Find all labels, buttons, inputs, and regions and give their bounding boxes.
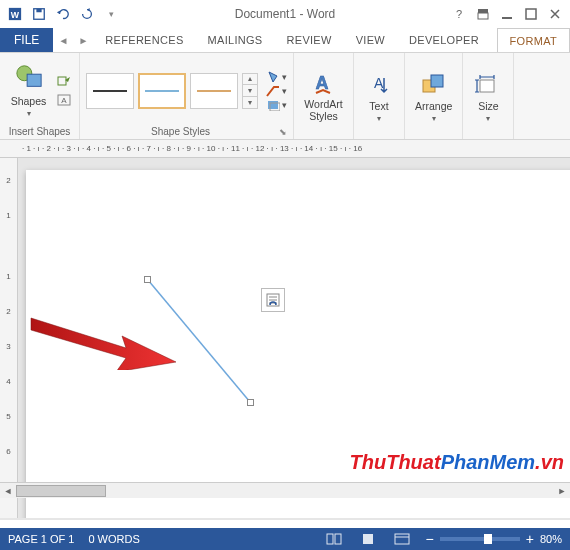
group-insert-shapes: Shapes ▾ A Insert Shapes: [0, 53, 80, 139]
group-label: Insert Shapes: [9, 126, 71, 137]
shape-style-gallery: ▴▾▾: [86, 73, 258, 109]
shape-outline-button[interactable]: ▾: [266, 85, 287, 97]
svg-marker-22: [31, 318, 176, 370]
svg-rect-9: [27, 74, 41, 86]
titlebar: W ▾ Document1 - Word ?: [0, 0, 570, 28]
ribbon: Shapes ▾ A Insert Shapes ▴▾▾ ▾ ▾ ▾: [0, 52, 570, 140]
svg-text:W: W: [11, 10, 20, 20]
word-count[interactable]: 0 WORDS: [88, 533, 139, 545]
svg-rect-10: [58, 77, 66, 85]
group-label: Shape Styles: [86, 126, 275, 137]
tab-references[interactable]: REFERENCES: [93, 28, 195, 52]
word-icon[interactable]: W: [4, 3, 26, 25]
workspace: · 1 · ı · 2 · ı · 3 · ı · 4 · ı · 5 · ı …: [0, 140, 570, 520]
size-button[interactable]: Size ▾: [469, 70, 507, 125]
draw-textbox-icon[interactable]: A: [56, 93, 72, 107]
tab-developer[interactable]: DEVELOPER: [397, 28, 491, 52]
scroll-thumb[interactable]: [16, 485, 106, 497]
text-direction-icon: A: [364, 72, 394, 98]
svg-rect-24: [335, 534, 341, 544]
ribbon-tabs: FILE ◄ ► REFERENCES MAILINGS REVIEW VIEW…: [0, 28, 570, 52]
status-bar: PAGE 1 OF 1 0 WORDS − + 80%: [0, 528, 570, 550]
close-button[interactable]: [544, 4, 566, 24]
zoom-control: − + 80%: [426, 531, 562, 547]
svg-rect-23: [327, 534, 333, 544]
layout-options-button[interactable]: [261, 288, 285, 312]
svg-rect-19: [480, 80, 494, 92]
chevron-down-icon: ▾: [432, 114, 436, 123]
group-shape-styles: ▴▾▾ ▾ ▾ ▾ Shape Styles ⬊: [80, 53, 294, 139]
arrange-icon: [419, 72, 449, 98]
window-title: Document1 - Word: [122, 7, 448, 21]
minimize-button[interactable]: [496, 4, 518, 24]
resize-handle-start[interactable]: [144, 276, 151, 283]
zoom-out-button[interactable]: −: [426, 531, 434, 547]
group-arrange: Arrange ▾: [405, 53, 463, 139]
tab-format[interactable]: FORMAT: [497, 28, 570, 52]
chevron-down-icon: ▾: [27, 109, 31, 118]
read-mode-button[interactable]: [324, 531, 344, 547]
shapes-button[interactable]: Shapes ▾: [7, 61, 51, 120]
qat-customize-icon[interactable]: ▾: [100, 3, 122, 25]
ribbon-options-button[interactable]: [472, 4, 494, 24]
group-size: Size ▾: [463, 53, 514, 139]
svg-text:A: A: [374, 75, 384, 91]
horizontal-scrollbar[interactable]: ◄ ►: [0, 482, 570, 498]
text-button[interactable]: A Text ▾: [360, 70, 398, 125]
shapes-icon: [14, 63, 44, 93]
tab-review[interactable]: REVIEW: [275, 28, 344, 52]
watermark-text: ThuThuatPhanMem.vn: [350, 451, 564, 474]
tab-file[interactable]: FILE: [0, 28, 53, 52]
svg-rect-4: [478, 13, 488, 19]
quick-access-toolbar: W ▾: [4, 3, 122, 25]
svg-rect-26: [395, 534, 409, 544]
svg-rect-6: [502, 17, 512, 19]
undo-button[interactable]: [52, 3, 74, 25]
tab-view[interactable]: VIEW: [344, 28, 397, 52]
save-button[interactable]: [28, 3, 50, 25]
maximize-button[interactable]: [520, 4, 542, 24]
zoom-slider-thumb[interactable]: [484, 534, 492, 544]
tab-next-icon[interactable]: ►: [73, 28, 93, 52]
wordart-styles-button[interactable]: A WordArt Styles: [300, 69, 346, 124]
shape-effects-button[interactable]: ▾: [266, 99, 287, 111]
shape-style-more[interactable]: ▴▾▾: [242, 73, 258, 109]
redo-button[interactable]: [76, 3, 98, 25]
svg-rect-18: [431, 75, 443, 87]
zoom-in-button[interactable]: +: [526, 531, 534, 547]
tab-prev-icon[interactable]: ◄: [53, 28, 73, 52]
scroll-track[interactable]: [16, 484, 554, 498]
resize-handle-end[interactable]: [247, 399, 254, 406]
annotation-arrow-icon: [26, 300, 186, 370]
vertical-ruler[interactable]: 2 1 1 2 3 4 5 6: [0, 158, 18, 518]
window-controls: ?: [448, 4, 566, 24]
edit-shape-icon[interactable]: [56, 75, 72, 89]
tab-mailings[interactable]: MAILINGS: [196, 28, 275, 52]
group-wordart-styles: A WordArt Styles: [294, 53, 354, 139]
wordart-icon: A: [308, 71, 338, 97]
print-layout-button[interactable]: [358, 531, 378, 547]
page-count[interactable]: PAGE 1 OF 1: [8, 533, 74, 545]
svg-rect-5: [478, 9, 488, 13]
scroll-left-icon[interactable]: ◄: [0, 484, 16, 498]
scroll-right-icon[interactable]: ►: [554, 484, 570, 498]
chevron-down-icon: ▾: [486, 114, 490, 123]
dialog-launcher-icon[interactable]: ⬊: [279, 127, 287, 137]
help-button[interactable]: ?: [448, 4, 470, 24]
zoom-slider[interactable]: [440, 537, 520, 541]
shape-style-3[interactable]: [190, 73, 238, 109]
web-layout-button[interactable]: [392, 531, 412, 547]
horizontal-ruler[interactable]: · 1 · ı · 2 · ı · 3 · ı · 4 · ı · 5 · ı …: [0, 140, 570, 158]
svg-rect-7: [526, 9, 536, 19]
arrange-button[interactable]: Arrange ▾: [411, 70, 456, 125]
zoom-level[interactable]: 80%: [540, 533, 562, 545]
size-icon: [473, 72, 503, 98]
shape-style-1[interactable]: [86, 73, 134, 109]
shape-style-2[interactable]: [138, 73, 186, 109]
svg-text:A: A: [62, 96, 68, 105]
chevron-down-icon: ▾: [377, 114, 381, 123]
shape-fill-button[interactable]: ▾: [266, 71, 287, 83]
svg-rect-25: [363, 534, 373, 544]
group-text: A Text ▾: [354, 53, 405, 139]
svg-rect-3: [36, 9, 41, 13]
